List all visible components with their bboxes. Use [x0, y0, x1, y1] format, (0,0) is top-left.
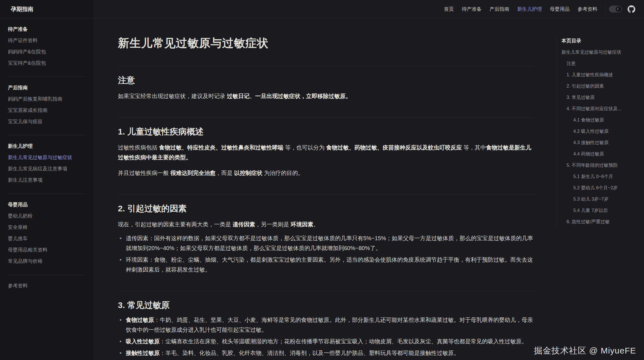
bullet-list: 食物过敏原：牛奶、鸡蛋、花生、坚果、大豆、小麦、海鲜等是常见的食物过敏原。此外，… [118, 315, 534, 358]
page-title: 新生儿常见过敏原与过敏症状 [118, 36, 534, 50]
bold-text: 接触性过敏原 [126, 350, 160, 356]
sidebar-item[interactable]: 待产证件资料 [8, 35, 86, 46]
bold-text: 吸入性过敏原 [126, 338, 160, 344]
sidebar-item[interactable]: 婴儿推车 [8, 233, 86, 244]
toc-item[interactable]: 5.4 儿童 7岁以后 [561, 205, 641, 216]
bold-text: 以控制症状 [234, 170, 262, 176]
theme-toggle[interactable]: ☾ [609, 6, 622, 12]
toc-item[interactable]: 5.1 新生儿 0~6个月 [561, 171, 641, 182]
text: 现在，引起过敏的因素主要有两大类，一类是 [118, 221, 233, 227]
paragraph: 过敏性疾病包括 食物过敏、特应性皮炎、过敏性鼻炎和过敏性哮喘 等，也可以分为 食… [118, 143, 534, 162]
paragraph: 现在，引起过敏的因素主要有两大类，一类是 遗传因素，另一类则是 环境因素。 [118, 220, 534, 229]
sidebar-group: 产后指南妈妈产后恢复和哺乳指南宝宝居家成长指南宝宝儿保与疫苗 [8, 77, 86, 135]
sidebar-item[interactable]: 妈妈待产&住院包 [8, 46, 86, 57]
paragraph: 并且过敏性疾病一般 很难达到完全治愈，而是 以控制症状 为治疗的目的。 [118, 168, 534, 178]
sidebar-group: 待产准备待产证件资料妈妈待产&住院包宝宝待产&住院包 [8, 18, 86, 77]
sidebar-item[interactable]: 新生儿注意事项 [8, 174, 86, 186]
sidebar-group: 新生儿护理新生儿常见过敏原与过敏症状新生儿常见病症及注意事项新生儿注意事项 [8, 135, 86, 194]
bold-text: 一旦出现过敏症状，立即移除过敏原。 [255, 93, 351, 99]
section-heading: 3. 常见过敏原 [118, 299, 534, 311]
sidebar-group-title: 产后指南 [8, 82, 86, 93]
toc-item[interactable]: 1. 儿童过敏性疾病概述 [561, 69, 641, 80]
site-logo[interactable]: 孕期指南 [0, 0, 94, 18]
nav-item-母婴用品[interactable]: 母婴用品 [546, 6, 574, 12]
sidebar-item[interactable]: 宝宝儿保与疫苗 [8, 116, 86, 127]
watermark: 掘金技术社区 @ MiyueFE [534, 345, 636, 357]
sidebar-item[interactable]: 安全座椅 [8, 222, 86, 233]
section-heading: 注意 [118, 74, 534, 86]
sidebar: 孕期指南 待产准备待产证件资料妈妈待产&住院包宝宝待产&住院包产后指南妈妈产后恢… [0, 0, 94, 360]
navbar-border [94, 18, 644, 18]
toc-item[interactable]: 6. 急性过敏/严重过敏 [561, 216, 641, 227]
text: 过敏性疾病包括 [118, 144, 159, 151]
text: 等，也可以分为 [284, 144, 326, 151]
toc-item[interactable]: 3. 常见过敏原 [561, 92, 641, 103]
text: 。 [313, 221, 319, 227]
section-divider [118, 66, 534, 66]
text: 并且过敏性疾病一般 [118, 170, 170, 176]
bold-text: 过敏日记 [227, 93, 250, 99]
toc-item[interactable]: 4.4 药物过敏原 [561, 148, 641, 159]
sidebar-item[interactable]: 新生儿常见过敏原与过敏症状 [8, 152, 86, 163]
section-heading: 1. 儿童过敏性疾病概述 [118, 126, 534, 138]
text: 遗传因素：国外有这样的数据，如果父母双方都不是过敏体质，那么宝宝是过敏体质的几率… [126, 235, 533, 251]
github-link[interactable] [627, 5, 636, 13]
sidebar-group: 参考资料 [8, 275, 86, 299]
text: ：羊毛、染料、化妆品、乳胶、化纤衣物、清洁剂、消毒剂，以及一些婴儿护肤品、塑料玩… [160, 350, 459, 356]
bold-text: 食物过敏原 [126, 317, 154, 323]
bold-text: 食物过敏、特应性皮炎、过敏性鼻炎和过敏性哮喘 [159, 144, 284, 151]
text: ，另一类则是 [255, 221, 291, 227]
toc-item[interactable]: 4.1 食物过敏原 [561, 114, 641, 125]
section-divider [118, 118, 534, 118]
toc-item[interactable]: 5.3 幼儿 3岁~7岁 [561, 193, 641, 205]
text: ，而是 [216, 170, 234, 176]
bullet-list: 遗传因素：国外有这样的数据，如果父母双方都不是过敏体质，那么宝宝是过敏体质的几率… [118, 233, 534, 275]
toc-item[interactable]: 4.2 吸入性过敏原 [561, 125, 641, 137]
sidebar-item[interactable]: 参考资料 [8, 280, 86, 291]
sidebar-item[interactable]: 新生儿常见病症及注意事项 [8, 163, 86, 174]
bold-text: 食物过敏、药物过敏、疫苗接种反应以及蚊虫叮咬反应 [326, 144, 462, 151]
sidebar-group-title: 待产准备 [8, 23, 86, 35]
toc-item[interactable]: 新生儿常见过敏原与过敏症状 [561, 46, 641, 58]
article-sections: 注意如果宝宝经常出现过敏症状，建议及时记录 过敏日记。一旦出现过敏症状，立即移除… [118, 66, 534, 358]
sidebar-group-title: 新生儿护理 [8, 140, 86, 152]
toc-item[interactable]: 4. 不同过敏原对应症状及... [561, 103, 641, 114]
text: 等，其中 [462, 144, 486, 151]
sidebar-item[interactable]: 常见品牌与价格 [8, 255, 86, 267]
nav-item-首页[interactable]: 首页 [440, 6, 458, 12]
toc-item[interactable]: 2. 引起过敏的因素 [561, 80, 641, 92]
toc-item[interactable]: 5.2 婴幼儿 6个月~2岁 [561, 182, 641, 193]
nav-divider [605, 5, 606, 13]
text: 为治疗的目的。 [262, 170, 304, 176]
sidebar-group-title: 母婴用品 [8, 199, 86, 210]
nav-item-参考资料[interactable]: 参考资料 [574, 6, 601, 12]
sidebar-item[interactable]: 宝宝居家成长指南 [8, 105, 86, 116]
sidebar-item[interactable]: 宝宝待产&住院包 [8, 57, 86, 69]
table-of-contents: 本页目录 新生儿常见过敏原与过敏症状注意1. 儿童过敏性疾病概述2. 引起过敏的… [557, 36, 641, 227]
list-item: 遗传因素：国外有这样的数据，如果父母双方都不是过敏体质，那么宝宝是过敏体质的几率… [118, 233, 534, 253]
nav-menu: 首页待产准备产后指南新生儿护理母婴用品参考资料 [440, 6, 602, 12]
article: 新生儿常见过敏原与过敏症状 注意如果宝宝经常出现过敏症状，建议及时记录 过敏日记… [118, 36, 534, 358]
sidebar-groups: 待产准备待产证件资料妈妈待产&住院包宝宝待产&住院包产后指南妈妈产后恢复和哺乳指… [0, 18, 94, 299]
navbar: 首页待产准备产后指南新生儿护理母婴用品参考资料 ☾ [0, 0, 644, 18]
text: 环境因素：食物、粉尘、尘螨、抽烟、大气污染，都是刺激宝宝过敏的主要因素。另外，适… [126, 257, 533, 273]
bold-text: 遗传因素 [233, 221, 255, 227]
toc-item[interactable]: 5. 不同年龄段的过敏预防 [561, 159, 641, 171]
toc-item[interactable]: 4.3 接触性过敏原 [561, 137, 641, 148]
nav-item-待产准备[interactable]: 待产准备 [458, 6, 486, 12]
text: ：尘螨喜欢生活在床垫、枕头等温暖潮湿的地方；花粉在传播季节容易被宝宝吸入；动物皮… [160, 338, 527, 344]
list-item: 吸入性过敏原：尘螨喜欢生活在床垫、枕头等温暖潮湿的地方；花粉在传播季节容易被宝宝… [118, 337, 534, 346]
main-content: 新生儿常见过敏原与过敏症状 注意如果宝宝经常出现过敏症状，建议及时记录 过敏日记… [94, 18, 535, 358]
text: ：牛奶、鸡蛋、花生、坚果、大豆、小麦、海鲜等是常见的食物过敏原。此外，部分新生儿… [126, 317, 533, 333]
nav-item-新生儿护理[interactable]: 新生儿护理 [513, 6, 546, 12]
github-icon [628, 5, 635, 13]
bold-text: 很难达到完全治愈 [170, 170, 216, 176]
section-divider [118, 291, 534, 291]
nav-item-产后指南[interactable]: 产后指南 [486, 6, 513, 12]
sidebar-item[interactable]: 妈妈产后恢复和哺乳指南 [8, 93, 86, 105]
toc-item[interactable]: 注意 [561, 58, 641, 69]
sidebar-item[interactable]: 母婴用品相关资料 [8, 244, 86, 255]
sidebar-group: 母婴用品婴幼儿奶粉安全座椅婴儿推车母婴用品相关资料常见品牌与价格 [8, 194, 86, 275]
sidebar-item[interactable]: 婴幼儿奶粉 [8, 210, 86, 222]
toc-list: 新生儿常见过敏原与过敏症状注意1. 儿童过敏性疾病概述2. 引起过敏的因素3. … [561, 46, 641, 227]
